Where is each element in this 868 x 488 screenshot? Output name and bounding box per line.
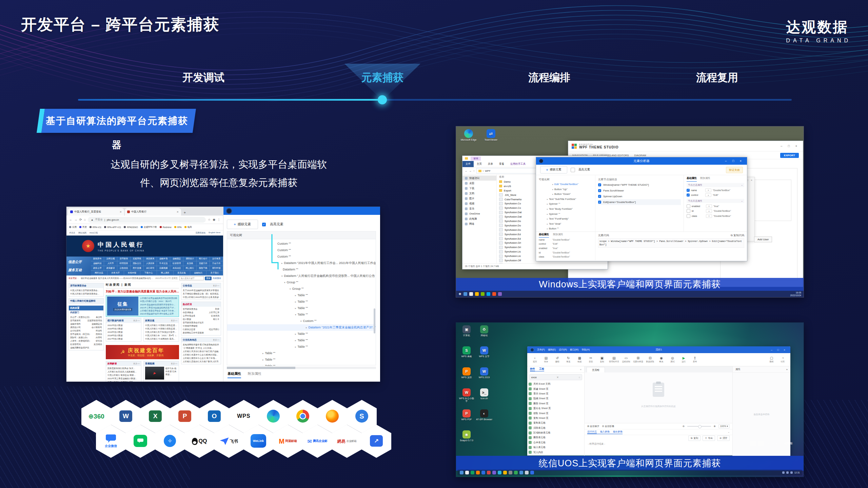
toolbar-button[interactable]: ↻恢复 — [564, 356, 573, 363]
log-tab[interactable]: 运行日志 — [587, 430, 597, 434]
desktop-icon-teamviewer[interactable]: ⇄ TeamViewer — [481, 129, 501, 141]
analyzer-tree-item[interactable]: ▸Text "SubTitle FontSize" — [539, 197, 592, 202]
list-item[interactable]: 国务院政策例行吹风会“加大... — [107, 367, 140, 370]
video-thumbnail[interactable]: ▶ — [145, 367, 164, 380]
hot-item[interactable]: 货币政策委员会利率 — [183, 307, 219, 311]
log-tab[interactable]: 输入参数 — [600, 430, 610, 434]
menu-item[interactable]: 窗口(W) — [570, 348, 578, 351]
tree-item[interactable]: ▸Table "" — [227, 337, 376, 344]
tree-item[interactable]: ▾Group "" — [227, 279, 376, 286]
nav-link[interactable]: 反洗钱 — [183, 261, 197, 266]
match-select[interactable]: ≡ — [706, 214, 712, 218]
nav-link[interactable]: 办事大厅 — [107, 271, 124, 275]
site-link[interactable]: English Versi — [209, 231, 220, 235]
nav-link[interactable]: 金融市场 — [157, 257, 170, 261]
nav-link[interactable]: 信贷政策 — [144, 257, 157, 261]
zoom-out-icon[interactable]: ⊖ — [683, 425, 685, 428]
nav-link[interactable]: 网民交流 — [91, 271, 107, 275]
bookmark[interactable]: Redmine — [160, 226, 172, 228]
explorer-sidebar-item[interactable]: 文档 — [462, 191, 496, 196]
back-icon[interactable]: ← — [465, 169, 468, 172]
log-tab[interactable]: 输出参数 — [613, 430, 623, 434]
control-item[interactable]: 清除单元格 — [529, 426, 583, 430]
site-link[interactable]: 术语表 — [69, 231, 75, 235]
control-item[interactable]: 重命名 Sheet 页 — [529, 406, 583, 411]
bookmark[interactable]: RPA — [174, 226, 182, 228]
nav-link[interactable]: 法律法规 — [104, 257, 117, 261]
nav-link[interactable]: 党建工作 — [197, 261, 210, 266]
explorer-sidebar-item[interactable]: 下载 — [462, 186, 496, 191]
node-row[interactable]: ✓Window[name="WPF THEME STUDIO"] — [598, 182, 681, 188]
desktop-icon[interactable]: >_ icon.sh — [476, 388, 493, 400]
toolbar-button[interactable]: ◉断点 — [657, 356, 666, 363]
prop-checkbox[interactable]: ✓ — [687, 189, 690, 192]
ribbon-tab[interactable]: 主页 — [474, 161, 485, 167]
node-checkbox[interactable]: ✓ — [598, 189, 601, 192]
explorer-sidebar-item[interactable]: 快速访问 — [462, 176, 496, 181]
close-tab-icon[interactable]: ✕ — [120, 210, 122, 214]
capture-element-button[interactable]: ⌖捕获元素 — [540, 166, 567, 174]
tree-item[interactable]: ▾DataItem "人民银行召开金融机构货币信贷形势... 中国人民银行公告〔… — [227, 273, 376, 279]
org-item[interactable]: 货币金银局（保卫局）国库局 — [70, 332, 102, 336]
list-item[interactable]: 2021年第三季度金融统计数据... — [107, 377, 140, 380]
property-tab[interactable]: 附加属性 — [248, 371, 261, 378]
control-search-input[interactable]: exce ✕ ○ — [529, 374, 582, 380]
taskbar-app-icon[interactable] — [487, 292, 490, 296]
taskbar-app-icon[interactable] — [492, 292, 496, 296]
scrollbar-horizontal[interactable] — [227, 367, 376, 369]
tree-item[interactable]: ▸Table "" — [227, 305, 376, 311]
dock-app-icon[interactable] — [519, 471, 523, 474]
list-item[interactable]: 2021年统计数据 — [107, 324, 140, 327]
site-search-input[interactable]: 输入搜索关键字 — [179, 276, 204, 280]
tree-item[interactable]: Custom "" — [227, 241, 376, 247]
forward-icon[interactable]: → — [469, 169, 472, 172]
property-tab[interactable]: 附加属性 — [553, 233, 563, 238]
list-item[interactable]: 中国人民银行 中国银行保险监督... — [145, 327, 177, 330]
profile-icon[interactable]: ◉ — [213, 218, 215, 221]
file-row[interactable]: Syncfusion.Off — [499, 263, 605, 263]
dock-app-icon[interactable] — [487, 471, 491, 474]
hot-item[interactable]: 存款准备金人民币汇率 — [183, 311, 219, 314]
toolbar-button[interactable]: ↺撤销 — [553, 356, 561, 363]
control-item[interactable]: 复制 Sheet 页 — [529, 416, 583, 421]
control-item[interactable]: 显示 Sheet 页 — [529, 391, 583, 396]
news-link[interactable]: 人民银行党委召开会议 传达学习中央... — [140, 309, 178, 312]
hot-item[interactable]: 公开市场业务征信查询 — [183, 314, 219, 318]
control-item[interactable]: 输入单元格 — [529, 445, 583, 450]
window-controls[interactable]: – □ × — [771, 348, 787, 351]
collapse-all-button[interactable]: ⊟ 全部折叠 — [602, 425, 614, 428]
nav-link[interactable]: 政策解读 — [104, 266, 117, 270]
explorer-sidebar-item[interactable]: 此电脑 — [462, 216, 496, 221]
explorer-sidebar-item[interactable]: 图片 — [462, 196, 496, 201]
control-item[interactable]: 删除 Sheet 页 — [529, 401, 583, 406]
site-search-button[interactable]: 搜索 — [205, 277, 212, 280]
desktop-icon[interactable]: W WPS 文字 — [476, 346, 493, 358]
dock-app-icon[interactable] — [525, 471, 529, 474]
flow-tab[interactable]: 主流程 — [587, 367, 605, 372]
taskbar-app-icon[interactable] — [498, 292, 502, 296]
prop-checkbox[interactable]: ✓ — [687, 214, 690, 218]
nav-link[interactable]: 金融知识 — [190, 271, 207, 275]
browser-tab-1[interactable]: 中国人民银行_百度搜索✕ — [68, 208, 124, 216]
nav-link[interactable]: 图文直播 — [131, 266, 144, 270]
analyzer-tree-item[interactable]: ▸Text "Body FontSize" — [539, 207, 592, 212]
nav-link[interactable]: 新闻发布 — [91, 257, 104, 261]
news-link[interactable]: 2021中国金融学会学术年会线上召开 — [140, 312, 178, 315]
nav-link[interactable]: 报告下载 — [197, 266, 210, 270]
list-item[interactable]: 中国人民银行 中央网信办 最高... — [145, 337, 177, 341]
list-item[interactable]: 中国人民银行货币政策委员会... — [70, 289, 102, 292]
nav-link[interactable]: 调查统计 — [183, 257, 197, 261]
list-item[interactable]: 中国人民银行2022年度总行公务员及参... — [183, 296, 219, 299]
desktop-icon[interactable]: S WPS 表格 — [458, 346, 475, 358]
zhengji-banner[interactable]: 征集 涉企乱收费问题征集 — [107, 297, 138, 316]
node-checkbox[interactable]: ✓ — [598, 195, 601, 198]
property-tab[interactable]: 基础属性 — [539, 233, 549, 238]
dock-app-icon[interactable] — [476, 471, 480, 474]
prop-checkbox[interactable]: ✓ — [687, 204, 690, 208]
feature-tab[interactable]: 流程复用 — [696, 70, 738, 85]
taskbar-app-icon[interactable] — [481, 292, 485, 296]
desktop-icon[interactable]: ▣ 计算机 — [458, 325, 475, 337]
expand-all-button[interactable]: ⊞ 全部展开 — [587, 425, 599, 428]
panel-tab[interactable]: 工程 — [539, 367, 544, 371]
nav-link[interactable]: 金融科技 — [91, 261, 104, 266]
